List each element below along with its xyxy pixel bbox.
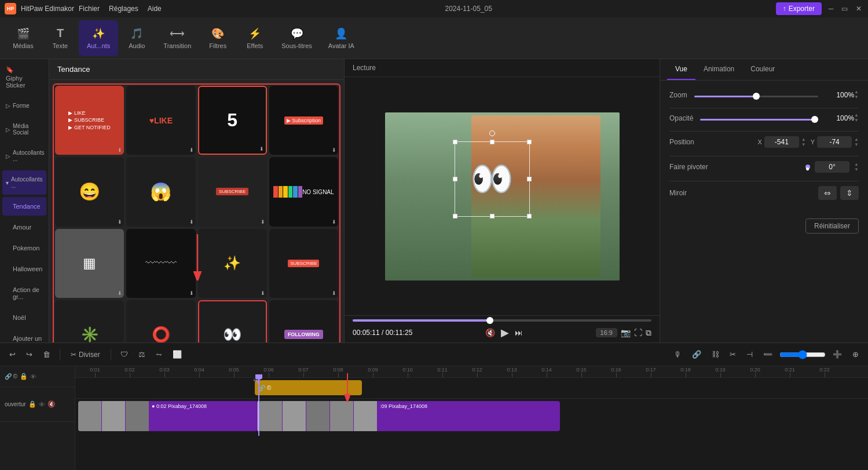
mirror-vertical-button[interactable]: ⇕: [840, 186, 859, 200]
sidebar-item-action-de-gr[interactable]: Action de gr...: [2, 280, 46, 306]
redo-button[interactable]: ↪: [23, 348, 36, 361]
toolbar-avatar-ia[interactable]: 👤 Avatar IA: [320, 20, 362, 56]
minimize-button[interactable]: ─: [826, 4, 836, 13]
rotate-handle[interactable]: [489, 130, 495, 136]
handle-tr[interactable]: [527, 140, 532, 144]
sidebar-item-autocollants2[interactable]: ▾ Autocollants ...: [2, 170, 46, 195]
screenshot-button[interactable]: 📷: [621, 328, 631, 337]
opacity-up-arrow[interactable]: ▲: [854, 113, 859, 118]
x-value[interactable]: -541: [764, 136, 799, 148]
handle-br[interactable]: [527, 214, 532, 218]
y-spinner[interactable]: ▲ ▼: [854, 137, 859, 147]
subtitle-btn[interactable]: ⬜: [169, 348, 185, 361]
video-clip-1[interactable]: ● 0:02 Pixabay_174008: [78, 401, 258, 431]
toolbar-filtres[interactable]: 🎨 Filtres: [199, 20, 236, 56]
sidebar-item-halloween[interactable]: Halloween: [2, 260, 46, 278]
handle-lm[interactable]: [453, 177, 457, 181]
restore-button[interactable]: ▭: [840, 4, 849, 13]
volume-button[interactable]: 🔇: [485, 328, 495, 337]
playhead[interactable]: [258, 378, 259, 436]
handle-tl[interactable]: [453, 140, 457, 144]
zoom-up-arrow[interactable]: ▲: [854, 90, 859, 94]
toolbar-medias[interactable]: 🎬 Médias: [5, 20, 42, 56]
handle-rm[interactable]: [527, 177, 532, 181]
sticker-subscribe-red[interactable]: SUBSCRIBE ⬇: [198, 157, 267, 226]
sticker-countdown5[interactable]: 5 ⬇: [198, 86, 267, 155]
preview-seekbar[interactable]: [353, 319, 651, 322]
video-mute-btn[interactable]: 🔇: [47, 400, 56, 408]
zoom-slider-tl[interactable]: [779, 350, 826, 359]
sticker-following[interactable]: FOLLOWING ⬇: [269, 300, 338, 343]
zoom-slider[interactable]: [694, 91, 818, 99]
microphone-button[interactable]: 🎙: [671, 348, 685, 361]
opacity-down-arrow[interactable]: ▼: [854, 118, 859, 123]
track-eye-btn[interactable]: 👁: [30, 373, 36, 380]
fullscreen-button[interactable]: ⛶: [634, 328, 642, 337]
sidebar-item-forme[interactable]: ▷ Forme: [2, 97, 46, 115]
handle-bm[interactable]: [490, 214, 495, 218]
menu-fichier[interactable]: Fichier: [79, 5, 100, 13]
pip-button[interactable]: ⧉: [646, 328, 651, 338]
zoom-out-button[interactable]: ➖: [760, 348, 776, 361]
track-lock-btn[interactable]: 🔒: [20, 373, 28, 380]
x-down[interactable]: ▼: [801, 143, 806, 147]
sticker-social-btns[interactable]: ▶ LIKE▶ SUBSCRIBE▶ GET NOTIFIED ⬇: [55, 86, 124, 155]
x-spinner[interactable]: ▲ ▼: [801, 137, 806, 147]
tab-couleur[interactable]: Couleur: [742, 59, 783, 80]
y-value[interactable]: -74: [817, 136, 852, 148]
sticker-on-video[interactable]: 👀: [455, 141, 530, 217]
opacity-range[interactable]: [700, 119, 818, 121]
play-button[interactable]: ▶: [501, 326, 509, 339]
aspect-ratio-selector[interactable]: 16:9: [596, 328, 617, 337]
zoom-spinner[interactable]: ▲ ▼: [854, 90, 859, 100]
video-eye-btn[interactable]: 👁: [39, 400, 45, 408]
export-button[interactable]: ↑ Exporter: [776, 2, 822, 15]
sticker-no-signal[interactable]: NO SIGNAL ⬇: [269, 157, 338, 226]
sticker-circle-red[interactable]: ⭕ ⬇: [126, 300, 195, 343]
sidebar-item-amour[interactable]: Amour: [2, 218, 46, 236]
opacity-spinner[interactable]: ▲ ▼: [854, 113, 859, 123]
protect-button[interactable]: 🛡: [117, 348, 131, 361]
video-lock-btn[interactable]: 🔒: [28, 400, 36, 408]
x-up[interactable]: ▲: [801, 137, 806, 142]
toolbar-transition[interactable]: ⟷ Transition: [155, 20, 199, 56]
sticker-pixel[interactable]: ▦ ⬇: [55, 229, 124, 298]
sidebar-item-giphy[interactable]: 🔖 Giphy Sticker: [2, 60, 46, 94]
next-frame-button[interactable]: ⏭: [515, 328, 523, 337]
sticker-emoji-shock[interactable]: 😱 ⬇: [126, 157, 195, 226]
unlink-button[interactable]: ⛓: [708, 348, 723, 361]
sidebar-item-pokemon[interactable]: Pokemon: [2, 239, 46, 257]
y-down[interactable]: ▼: [854, 143, 859, 147]
sidebar-item-media-social[interactable]: ▷ Média Social: [2, 117, 46, 141]
split-right-button[interactable]: ⊣: [743, 348, 756, 361]
delete-button[interactable]: 🗑: [39, 348, 54, 361]
cut-point-button[interactable]: ✂: [726, 348, 739, 361]
sticker-audio-wave[interactable]: 〰〰〰 ⬇: [126, 229, 195, 298]
mirror-btn-tl[interactable]: ⥊: [152, 348, 166, 361]
toolbar-audio[interactable]: 🎵 Audio: [118, 20, 155, 56]
sticker-sparkles[interactable]: ✨ ⬇: [198, 229, 267, 298]
preview-thumb[interactable]: [486, 317, 493, 324]
add-track-button[interactable]: ⊕: [849, 348, 862, 361]
sticker-like[interactable]: ♥LIKE ⬇: [126, 86, 195, 155]
sidebar-item-tendance[interactable]: Tendance: [2, 197, 46, 216]
reset-button[interactable]: Réinitialiser: [805, 218, 859, 234]
link-button[interactable]: 🔗: [688, 348, 705, 361]
sticker-emoji-happy[interactable]: 😄 ⬇: [55, 157, 124, 226]
y-up[interactable]: ▲: [854, 137, 859, 142]
sidebar-item-noel[interactable]: Noël: [2, 308, 46, 327]
toolbar-sous-titres[interactable]: 💬 Sous-titres: [273, 20, 320, 56]
zoom-range[interactable]: [694, 96, 818, 97]
zoom-down-arrow[interactable]: ▼: [854, 95, 859, 100]
zoom-in-button[interactable]: ➕: [829, 348, 845, 361]
menu-aide[interactable]: Aide: [148, 5, 162, 13]
tab-vue[interactable]: Vue: [667, 59, 695, 80]
handle-tm[interactable]: [490, 140, 495, 144]
sticker-subscribe-yt[interactable]: ▶ Subscription ⬇: [269, 86, 338, 155]
rotation-down[interactable]: ▼: [854, 167, 859, 172]
opacity-slider[interactable]: [700, 114, 818, 122]
sticker-subscribe-text[interactable]: SUBSCRIBE ⬇: [269, 229, 338, 298]
rotation-spinner[interactable]: ▲ ▼: [854, 162, 859, 172]
rotation-up[interactable]: ▲: [854, 162, 859, 167]
toolbar-texte[interactable]: T Texte: [42, 20, 79, 56]
